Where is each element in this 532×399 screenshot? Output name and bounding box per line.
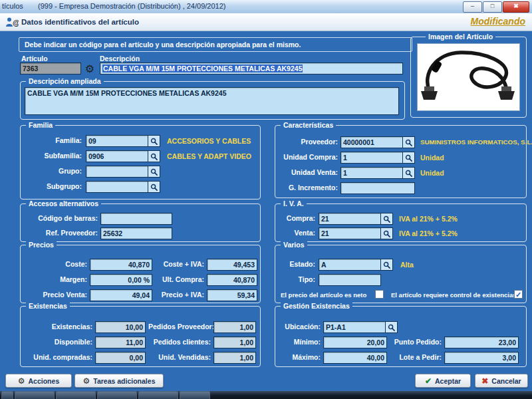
- search-icon[interactable]: [381, 227, 393, 239]
- familia-field[interactable]: 09: [86, 135, 160, 147]
- unidad-venta-field[interactable]: 1: [340, 167, 415, 179]
- maximo-field[interactable]: 40,00: [323, 352, 387, 364]
- description-field[interactable]: CABLE VGA M/M 15M PROTECCIONES METALICAS…: [100, 63, 403, 74]
- punto-pedido-field[interactable]: 23,00: [444, 336, 519, 348]
- ref-proveedor-field[interactable]: 25632: [100, 227, 172, 239]
- search-icon[interactable]: [148, 166, 160, 178]
- taskbar-item[interactable]: [56, 391, 96, 399]
- search-icon[interactable]: [403, 136, 415, 148]
- familia-value[interactable]: 09: [86, 135, 148, 147]
- cancelar-button[interactable]: ✖ Cancelar: [475, 374, 528, 388]
- tareas-adicionales-button[interactable]: ⚙ Tareas adicionales: [74, 374, 164, 388]
- taskbar-item[interactable]: [15, 391, 55, 399]
- precio-venta-field[interactable]: 49,04: [90, 289, 152, 301]
- article-image-group: Imagen del Artículo: [410, 37, 527, 118]
- margen-field[interactable]: 0,00 %: [90, 274, 152, 286]
- g-incremento-field[interactable]: [340, 182, 415, 194]
- iva-venta-field[interactable]: 21: [319, 227, 393, 239]
- group-title: Imagen del Artículo: [426, 33, 495, 41]
- coste-iva-field[interactable]: 49,453: [207, 259, 257, 271]
- subfamilia-field[interactable]: 0906: [86, 150, 160, 162]
- aceptar-button[interactable]: ✔ Aceptar: [415, 374, 471, 388]
- existencias-group: Existencias Existencias: 10,00 Pedidos P…: [20, 306, 261, 367]
- article-options-button[interactable]: ⚙: [83, 62, 96, 75]
- minimo-field[interactable]: 20,00: [323, 336, 387, 348]
- subgrupo-value[interactable]: [86, 181, 148, 193]
- estado-value[interactable]: A: [319, 259, 381, 271]
- taskbar-item[interactable]: [138, 391, 178, 399]
- proveedor-value[interactable]: 40000001: [340, 136, 403, 148]
- maximize-button[interactable]: □: [483, 1, 502, 13]
- ubicacion-value[interactable]: P1-A1: [323, 321, 386, 333]
- coste-field[interactable]: 40,870: [90, 259, 152, 271]
- search-icon[interactable]: [381, 259, 393, 271]
- iva-compra-value[interactable]: 21: [319, 213, 381, 225]
- iva-compra-label: Compra:: [278, 214, 315, 222]
- iva-compra-field[interactable]: 21: [319, 213, 393, 225]
- lote-pedir-label: Lote a Pedir:: [390, 353, 442, 361]
- estado-field[interactable]: A: [319, 259, 393, 271]
- subfamilia-value[interactable]: 0906: [86, 150, 148, 162]
- grupo-label: Grupo:: [23, 167, 82, 175]
- close-button[interactable]: ✖: [503, 1, 529, 13]
- unidad-compra-field[interactable]: 1: [340, 152, 415, 164]
- iva-venta-label: Venta:: [278, 229, 315, 237]
- window-controls: – □ ✖: [463, 1, 529, 13]
- grupo-field[interactable]: [86, 166, 160, 178]
- iva-compra-desc: IVA al 21% + 5.2%: [399, 215, 458, 223]
- lote-pedir-field[interactable]: 3,00: [444, 352, 519, 364]
- grupo-value[interactable]: [86, 166, 148, 178]
- precios-group: Precios Coste: 40,870 Coste + IVA: 49,45…: [20, 245, 261, 303]
- proveedor-label: Proveedor:: [278, 138, 338, 146]
- extended-description-field[interactable]: CABLE VGA M/M 15M PROTECCIONES METALICAS…: [25, 87, 399, 115]
- unidad-venta-value[interactable]: 1: [340, 167, 403, 179]
- proveedor-field[interactable]: 40000001: [340, 136, 415, 148]
- precio-iva-field[interactable]: 59,34: [207, 289, 257, 301]
- minimize-button[interactable]: –: [463, 1, 482, 13]
- ult-compra-field[interactable]: 40,870: [207, 274, 257, 286]
- proveedor-desc: SUMINISTROS INFORMATICOS, S.L.: [420, 138, 532, 146]
- iva-venta-desc: IVA al 21% + 5.2%: [399, 229, 458, 237]
- codigo-barras-label: Código de barras:: [23, 214, 98, 222]
- ubicacion-field[interactable]: P1-A1: [323, 321, 398, 333]
- search-icon[interactable]: [386, 321, 398, 333]
- instruction-text: Debe indicar un código para el artículo …: [19, 37, 412, 52]
- subfamilia-label: Subfamilia:: [23, 152, 82, 160]
- search-icon[interactable]: [148, 181, 160, 193]
- g-incremento-label: G. Incremento:: [278, 184, 338, 192]
- unid-vendidas-label: Unid. Vendidas:: [148, 353, 211, 361]
- search-icon[interactable]: [403, 152, 415, 164]
- gear-icon: ⚙: [85, 63, 94, 75]
- mode-indicator: Modificando: [471, 16, 525, 27]
- unidad-compra-value[interactable]: 1: [340, 152, 403, 164]
- search-icon[interactable]: [148, 150, 160, 162]
- taskbar-start-button[interactable]: [1, 391, 13, 399]
- search-icon[interactable]: [381, 213, 393, 225]
- tipo-field[interactable]: [319, 274, 381, 286]
- unidad-compra-desc: Unidad: [420, 154, 444, 162]
- pedidos-clientes-field: 1,00: [213, 336, 256, 348]
- codigo-barras-field[interactable]: [100, 213, 172, 225]
- form-header: @ Datos identificativos del artículo Mod…: [0, 13, 532, 31]
- group-title: Existencias: [26, 302, 70, 311]
- familia-group: Familia Familia: 09 ACCESORIOS Y CABLES …: [20, 125, 261, 200]
- gear-icon: ⚙: [18, 376, 25, 386]
- article-image: [417, 43, 520, 111]
- window-title: (999 - Empresa Demostración (Distribució…: [38, 2, 225, 10]
- control-existencias-checkbox[interactable]: ✓: [514, 290, 523, 299]
- search-icon[interactable]: [403, 167, 415, 179]
- precio-neto-checkbox[interactable]: [375, 290, 384, 299]
- disponible-label: Disponible:: [23, 338, 92, 346]
- article-code-field: 7363: [20, 63, 81, 74]
- subgrupo-label: Subgrupo:: [23, 182, 82, 190]
- taskbar-item[interactable]: [97, 391, 137, 399]
- acciones-button[interactable]: ⚙ Acciones: [5, 374, 72, 388]
- gestion-existencias-group: Gestión Existencias Ubicación: P1-A1 Mín…: [275, 306, 527, 367]
- extended-description-group: Descripción ampliada CABLE VGA M/M 15M P…: [20, 81, 405, 120]
- iva-venta-value[interactable]: 21: [319, 227, 381, 239]
- taskbar-item[interactable]: [180, 391, 210, 399]
- ubicacion-label: Ubicación:: [278, 323, 321, 331]
- button-label: Acciones: [29, 377, 60, 385]
- search-icon[interactable]: [148, 135, 160, 147]
- subgrupo-field[interactable]: [86, 181, 160, 193]
